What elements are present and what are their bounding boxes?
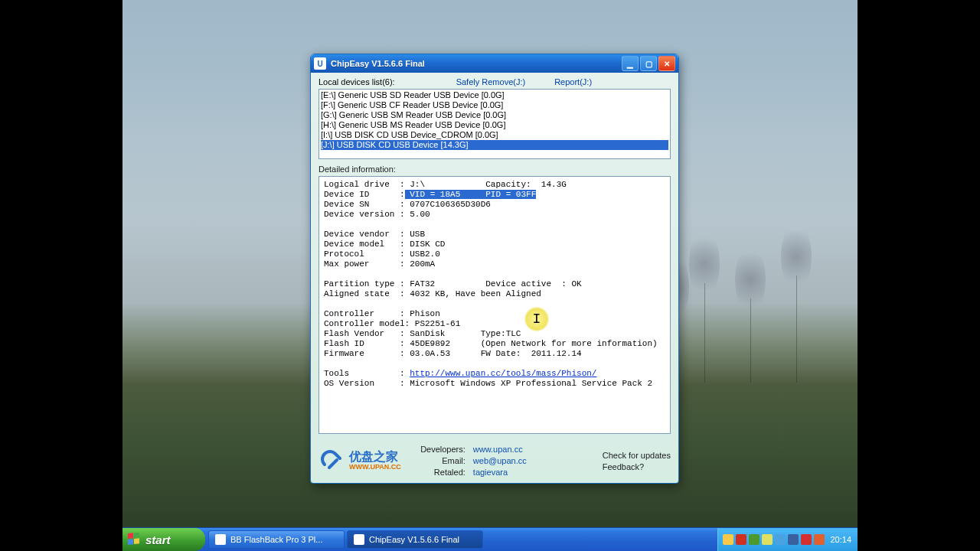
- close-button[interactable]: ✕: [658, 56, 675, 71]
- detailed-info-label: Detailed information:: [318, 165, 671, 174]
- start-button[interactable]: start: [122, 528, 205, 551]
- retaled-label: Retaled:: [413, 468, 466, 477]
- device-list-item[interactable]: [J:\] USB DISK CD USB Device [14.3G]: [321, 140, 668, 150]
- tray-icon[interactable]: [723, 534, 733, 545]
- svg-rect-3: [134, 538, 139, 544]
- tray-clock: 20:14: [830, 535, 851, 544]
- brand-text-url: WWW.UPAN.CC: [349, 463, 401, 471]
- developers-label: Developers:: [413, 445, 466, 454]
- brand-logo: 优盘之家 WWW.UPAN.CC: [318, 448, 401, 474]
- device-listbox[interactable]: [E:\] Generic USB SD Reader USB Device […: [318, 89, 671, 159]
- taskbar-item[interactable]: ChipEasy V1.5.6.6 Final: [347, 530, 483, 549]
- check-updates-link[interactable]: Check for updates: [603, 451, 671, 460]
- taskbar: start BB FlashBack Pro 3 Pl...ChipEasy V…: [122, 528, 858, 551]
- tray-icon[interactable]: [788, 534, 799, 545]
- titlebar[interactable]: U ChipEasy V1.5.6.6 Final ▁ ▢ ✕: [311, 54, 678, 73]
- tray-icon[interactable]: [814, 534, 825, 545]
- tray-icon[interactable]: [801, 534, 812, 545]
- chipeasy-window: U ChipEasy V1.5.6.6 Final ▁ ▢ ✕ Local de…: [310, 54, 679, 484]
- taskbar-item[interactable]: BB FlashBack Pro 3 Pl...: [208, 530, 345, 549]
- svg-rect-0: [128, 533, 133, 539]
- windows-logo-icon: [127, 533, 141, 546]
- tray-icon[interactable]: [775, 534, 786, 545]
- email-label: Email:: [413, 456, 466, 465]
- device-list-item[interactable]: [G:\] Generic USB SM Reader USB Device […: [321, 110, 668, 120]
- safely-remove-link[interactable]: Safely Remove(J:): [456, 77, 525, 86]
- device-list-item[interactable]: [I:\] USB DISK CD USB Device_CDROM [0.0G…: [321, 130, 668, 140]
- cursor-highlight-icon: I: [524, 307, 549, 331]
- detail-panel[interactable]: Logical drive : J:\ Capacity: 14.3G Devi…: [318, 176, 671, 434]
- desktop-background: U ChipEasy V1.5.6.6 Final ▁ ▢ ✕ Local de…: [122, 0, 858, 551]
- taskbar-item-icon: [354, 534, 364, 545]
- app-icon: U: [314, 57, 326, 70]
- svg-rect-1: [134, 533, 139, 538]
- brand-text-cn: 优盘之家: [349, 451, 401, 463]
- report-link[interactable]: Report(J:): [554, 77, 592, 86]
- window-title: ChipEasy V1.5.6.6 Final: [331, 59, 617, 68]
- svg-rect-2: [128, 539, 133, 545]
- developers-link[interactable]: www.upan.cc: [473, 445, 527, 454]
- device-list-item[interactable]: [F:\] Generic USB CF Reader USB Device […: [321, 100, 668, 110]
- clip-icon: [318, 448, 345, 474]
- maximize-button[interactable]: ▢: [640, 56, 657, 71]
- task-items: BB FlashBack Pro 3 Pl...ChipEasy V1.5.6.…: [205, 528, 486, 551]
- taskbar-item-icon: [215, 534, 226, 545]
- tray-icon[interactable]: [736, 534, 746, 545]
- tray-icon[interactable]: [762, 534, 773, 545]
- taskbar-item-label: ChipEasy V1.5.6.6 Final: [369, 535, 459, 544]
- tools-link[interactable]: http://www.upan.cc/tools/mass/Phison/: [410, 369, 596, 378]
- system-tray[interactable]: 20:14: [717, 528, 858, 551]
- device-list-item[interactable]: [E:\] Generic USB SD Reader USB Device […: [321, 90, 668, 100]
- email-link[interactable]: web@upan.cc: [473, 456, 527, 465]
- minimize-button[interactable]: ▁: [622, 56, 639, 71]
- taskbar-item-label: BB FlashBack Pro 3 Pl...: [230, 535, 322, 544]
- device-list-item[interactable]: [H:\] Generic USB MS Reader USB Device […: [321, 120, 668, 130]
- local-devices-label: Local devices list(6):: [318, 77, 395, 86]
- retaled-value: tagievara: [473, 468, 527, 477]
- window-footer: 优盘之家 WWW.UPAN.CC Developers: www.upan.cc…: [311, 440, 678, 483]
- start-label: start: [145, 533, 171, 546]
- tray-icon[interactable]: [749, 534, 760, 545]
- feedback-link[interactable]: Feedback?: [603, 462, 671, 471]
